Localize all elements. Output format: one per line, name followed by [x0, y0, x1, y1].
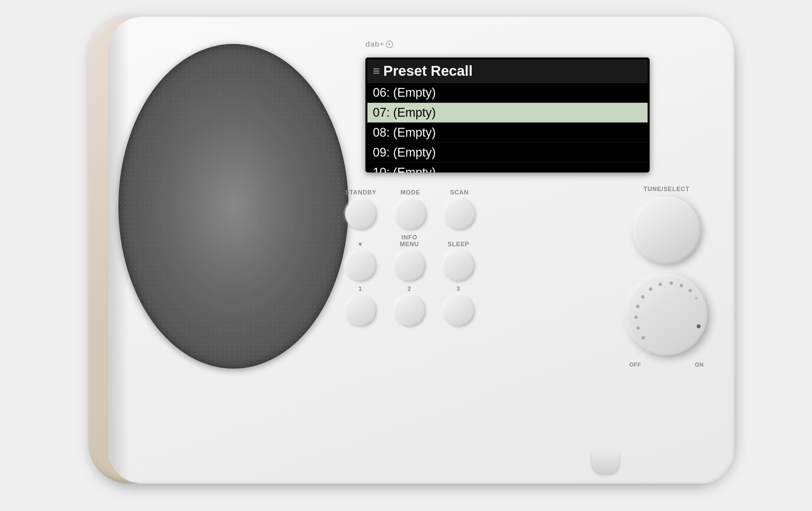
preset3-label: 3 [456, 286, 460, 293]
svg-point-10 [695, 297, 698, 300]
svg-point-8 [680, 284, 683, 287]
scan-group: SCAN [444, 189, 475, 229]
volume-off-label: OFF [629, 362, 641, 368]
button-row-1: STANDBY MODE SCAN [345, 189, 677, 229]
volume-knob[interactable] [626, 274, 707, 355]
standby-group: STANDBY [345, 189, 377, 229]
display-title-bar: ≡ Preset Recall [367, 60, 648, 83]
info-menu-button[interactable] [394, 250, 425, 281]
preset-item-07[interactable]: 07: (Empty) [367, 103, 648, 123]
sleep-group: SLEEP [443, 241, 474, 281]
sleep-button[interactable] [443, 250, 474, 281]
tune-label: TUNE/SELECT [644, 186, 690, 193]
dab-logo: dab+ + [365, 40, 393, 49]
preset2-button[interactable] [394, 295, 425, 326]
display-title-text: Preset Recall [383, 63, 473, 79]
info-menu-label: INFOMENU [400, 234, 419, 248]
svg-point-4 [641, 295, 645, 299]
standby-label: STANDBY [345, 189, 377, 196]
speaker-grille [118, 44, 348, 369]
heart-label: ♥ [358, 241, 362, 248]
svg-point-9 [689, 289, 692, 292]
display-screen: ≡ Preset Recall 06: (Empty) 07: (Empty) … [365, 57, 650, 172]
svg-point-3 [636, 305, 639, 308]
info-menu-group: INFOMENU [394, 234, 425, 281]
scan-button[interactable] [444, 199, 475, 229]
preset-item-08[interactable]: 08: (Empty) [367, 123, 648, 143]
tune-knob[interactable] [633, 196, 700, 264]
preset2-label: 2 [407, 286, 411, 293]
preset-item-09[interactable]: 09: (Empty) [367, 143, 648, 163]
preset-item-06[interactable]: 06: (Empty) [367, 83, 648, 103]
standby-button[interactable] [345, 199, 376, 229]
svg-point-11 [697, 324, 701, 328]
preset-item-10[interactable]: 10: (Empty) [367, 163, 648, 172]
svg-point-2 [634, 316, 638, 319]
dab-plus-icon: + [386, 41, 393, 48]
sleep-label: SLEEP [448, 241, 469, 248]
tune-knob-area: TUNE/SELECT [633, 186, 700, 264]
svg-point-6 [659, 283, 662, 286]
favorite-button[interactable] [345, 250, 376, 281]
mode-button[interactable] [395, 199, 426, 229]
volume-on-label: ON [695, 362, 704, 368]
preset1-group: 1 [345, 286, 376, 326]
front-panel: dab+ + ≡ Preset Recall 06: (Empty) 07: (… [108, 17, 734, 484]
dab-text: dab+ [365, 40, 384, 49]
scan-label: SCAN [450, 189, 469, 196]
preset3-group: 3 [443, 286, 474, 326]
svg-point-5 [649, 287, 652, 291]
favorite-group: ♥ [345, 241, 376, 281]
menu-icon: ≡ [373, 64, 380, 78]
svg-point-7 [670, 281, 673, 285]
preset3-button[interactable] [443, 295, 474, 326]
preset2-group: 2 [394, 286, 425, 326]
volume-knob-area: OFF ON [626, 274, 707, 358]
svg-point-0 [641, 336, 645, 340]
scene: dab+ + ≡ Preset Recall 06: (Empty) 07: (… [0, 0, 812, 511]
preset1-label: 1 [358, 286, 362, 293]
svg-point-1 [636, 326, 640, 330]
mode-group: MODE [395, 189, 426, 229]
preset-list: 06: (Empty) 07: (Empty) 08: (Empty) 09: … [367, 83, 648, 172]
preset1-button[interactable] [345, 295, 376, 326]
radio-foot [592, 453, 619, 473]
mode-label: MODE [401, 189, 420, 196]
volume-indicator-svg [619, 267, 714, 362]
